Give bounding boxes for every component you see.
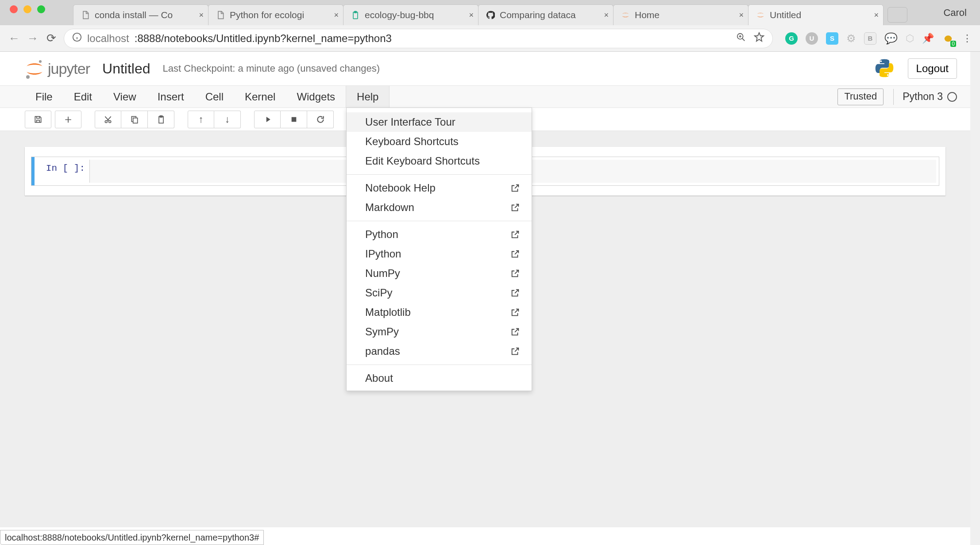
tab-strip: conda install — Co × Python for ecologi …	[0, 0, 980, 25]
menu-cell[interactable]: Cell	[195, 86, 234, 107]
menu-separator	[347, 365, 532, 365]
svg-rect-1	[355, 12, 357, 13]
help-scipy[interactable]: SciPy	[347, 283, 532, 303]
help-notebook-help[interactable]: Notebook Help	[347, 178, 532, 198]
notebook-title[interactable]: Untitled	[102, 61, 150, 77]
minimize-window-button[interactable]	[23, 5, 31, 13]
bookmark-star-icon[interactable]	[754, 32, 764, 45]
trusted-indicator[interactable]: Trusted	[837, 88, 884, 105]
external-link-icon	[510, 230, 520, 239]
menu-help[interactable]: Help User Interface Tour Keyboard Shortc…	[346, 86, 390, 107]
help-matplotlib[interactable]: Matplotlib	[347, 303, 532, 322]
generic-doc-icon	[216, 10, 225, 20]
help-edit-keyboard-shortcuts[interactable]: Edit Keyboard Shortcuts	[347, 151, 532, 171]
skype-ext-icon[interactable]: S	[826, 32, 838, 45]
help-sympy[interactable]: SymPy	[347, 322, 532, 342]
tab-title: Python for ecologi	[230, 10, 304, 20]
close-tab-icon[interactable]: ×	[874, 11, 879, 20]
browser-tab-0[interactable]: conda install — Co ×	[73, 4, 208, 25]
help-python[interactable]: Python	[347, 225, 532, 244]
github-icon	[486, 10, 495, 20]
kernel-indicator[interactable]: Python 3	[893, 89, 957, 105]
help-markdown[interactable]: Markdown	[347, 198, 532, 217]
close-tab-icon[interactable]: ×	[739, 11, 744, 20]
help-dropdown: User Interface Tour Keyboard Shortcuts E…	[346, 107, 532, 391]
grammarly-ext-icon[interactable]: G	[785, 32, 798, 45]
generic-doc-icon	[81, 10, 90, 20]
chrome-menu-icon[interactable]: ⋮	[962, 33, 972, 44]
site-info-icon[interactable]	[72, 32, 82, 45]
save-button[interactable]	[25, 111, 51, 128]
close-window-button[interactable]	[10, 5, 18, 13]
back-button[interactable]: ←	[8, 31, 20, 45]
close-tab-icon[interactable]: ×	[334, 11, 339, 20]
svg-point-12	[880, 60, 882, 62]
link-status-bar: localhost:8888/notebooks/Untitled.ipynb?…	[0, 530, 264, 545]
help-about[interactable]: About	[347, 368, 532, 388]
interrupt-kernel-button[interactable]	[281, 111, 307, 128]
svg-line-6	[742, 38, 745, 41]
zoom-icon[interactable]	[736, 32, 746, 45]
jupyter-icon	[621, 10, 630, 20]
profile-name[interactable]: Carol	[939, 0, 971, 25]
svg-point-10	[39, 60, 42, 63]
browser-tab-5[interactable]: Untitled ×	[748, 4, 884, 25]
menu-file[interactable]: File	[25, 86, 63, 107]
bee-ext-icon[interactable]: 0	[942, 31, 954, 45]
browser-tab-3[interactable]: Comparing dataca ×	[478, 4, 613, 25]
chat-ext-icon[interactable]: 💬	[884, 32, 898, 45]
browser-tab-1[interactable]: Python for ecologi ×	[208, 4, 343, 25]
page-scrollbar[interactable]	[970, 52, 980, 545]
zoom-window-button[interactable]	[37, 5, 45, 13]
kernel-idle-icon	[947, 92, 957, 102]
help-ipython[interactable]: IPython	[347, 244, 532, 264]
run-cell-button[interactable]	[254, 111, 281, 128]
menu-insert[interactable]: Insert	[147, 86, 195, 107]
external-link-icon	[510, 288, 520, 298]
new-tab-button[interactable]	[887, 7, 907, 23]
bookmark-ext-icon[interactable]: B	[864, 32, 876, 45]
insert-cell-button[interactable]: ＋	[55, 111, 81, 128]
svg-point-13	[887, 74, 888, 76]
browser-tab-4[interactable]: Home ×	[613, 4, 749, 25]
tab-title: Untitled	[770, 10, 801, 20]
cell-prompt: In [ ]:	[35, 157, 89, 185]
ublock-ext-icon[interactable]: U	[806, 32, 818, 45]
close-tab-icon[interactable]: ×	[199, 11, 204, 20]
logout-button[interactable]: Logout	[908, 58, 957, 79]
help-ui-tour[interactable]: User Interface Tour	[347, 112, 532, 132]
jupyter-page: jupyter Untitled Last Checkpoint: a minu…	[0, 52, 970, 545]
external-link-icon	[510, 249, 520, 259]
menu-widgets[interactable]: Widgets	[286, 86, 346, 107]
external-link-icon	[510, 269, 520, 278]
menu-view[interactable]: View	[103, 86, 147, 107]
checkpoint-status: Last Checkpoint: a minute ago (unsaved c…	[163, 63, 380, 74]
help-pandas[interactable]: pandas	[347, 342, 532, 361]
scrollbar-thumb[interactable]	[972, 52, 979, 545]
close-tab-icon[interactable]: ×	[604, 11, 609, 20]
pin-ext-icon[interactable]: 📌	[922, 33, 934, 44]
forward-button[interactable]: →	[27, 31, 39, 45]
gear-ext-icon[interactable]: ⚙	[846, 32, 856, 45]
move-cell-down-button[interactable]: ↓	[214, 111, 241, 128]
copy-button[interactable]	[121, 111, 148, 128]
shield-ext-icon[interactable]: ⬡	[906, 33, 914, 44]
help-keyboard-shortcuts[interactable]: Keyboard Shortcuts	[347, 132, 532, 151]
paste-button[interactable]	[148, 111, 174, 128]
close-tab-icon[interactable]: ×	[469, 11, 474, 20]
jupyter-logo[interactable]: jupyter	[25, 58, 90, 79]
menu-edit[interactable]: Edit	[63, 86, 103, 107]
external-link-icon	[510, 327, 520, 337]
restart-kernel-button[interactable]	[307, 111, 334, 128]
browser-window: conda install — Co × Python for ecologi …	[0, 0, 980, 545]
menubar-right: Trusted Python 3	[837, 86, 957, 107]
cut-button[interactable]	[95, 111, 121, 128]
notebook-header: jupyter Untitled Last Checkpoint: a minu…	[0, 52, 970, 86]
menu-kernel[interactable]: Kernel	[234, 86, 286, 107]
move-cell-up-button[interactable]: ↑	[188, 111, 214, 128]
address-bar[interactable]: localhost:8888/notebooks/Untitled.ipynb?…	[64, 29, 773, 48]
reload-button[interactable]: ⟳	[45, 31, 58, 45]
url-host: localhost	[87, 32, 129, 45]
browser-tab-2[interactable]: ecology-bug-bbq ×	[343, 4, 478, 25]
help-numpy[interactable]: NumPy	[347, 264, 532, 283]
